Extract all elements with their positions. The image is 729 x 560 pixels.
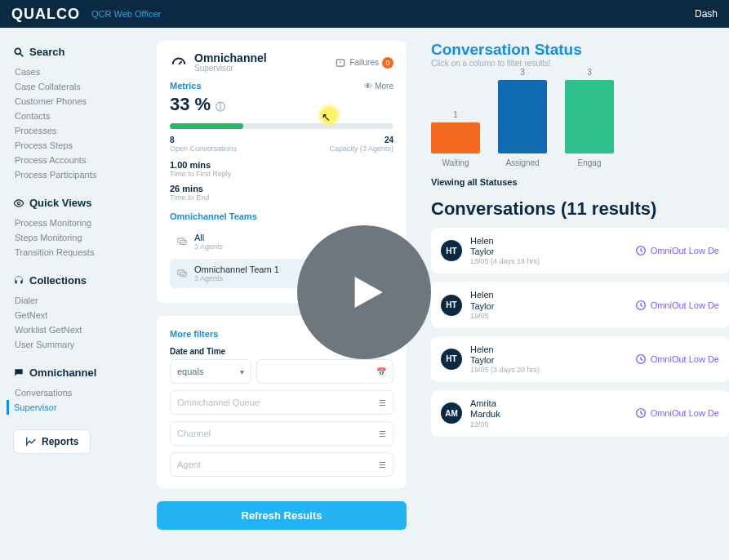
eye-icon xyxy=(13,198,24,209)
sidebar-item-contacts[interactable]: Contacts xyxy=(13,109,139,123)
bar-left-text: Open Conversations xyxy=(170,144,237,153)
search-icon xyxy=(13,47,24,58)
chart-column-engag[interactable]: 3Engag xyxy=(565,68,614,167)
queue-select[interactable]: Omnichannel Queue☰ xyxy=(170,390,393,415)
sidebar-item-steps-monitoring[interactable]: Steps Monitoring xyxy=(13,230,139,245)
tag-icon xyxy=(634,407,647,420)
team-1-label: Omnichannel Team 1 xyxy=(194,264,279,274)
sidebar-item-process-monitoring[interactable]: Process Monitoring xyxy=(13,216,139,230)
capacity-bar xyxy=(170,123,393,129)
conv-tag: OmniOut Low De xyxy=(651,246,719,256)
conversation-row[interactable]: AMAmritaMarduk22/05OmniOut Low De xyxy=(431,390,729,436)
avatar: AM xyxy=(441,402,462,424)
tag-icon xyxy=(634,244,647,257)
brand: QUALCO xyxy=(11,6,80,23)
reports-button[interactable]: Reports xyxy=(13,429,91,454)
chart-value: 1 xyxy=(453,110,458,119)
sidebar-item-supervisor[interactable]: Supervisor xyxy=(7,400,139,415)
bar-right-num: 24 xyxy=(385,136,393,144)
refresh-button[interactable]: Refresh Results xyxy=(157,501,407,530)
svg-line-1 xyxy=(20,53,24,56)
viewing-label: Viewing all Statuses xyxy=(431,177,729,187)
sidebar-item-process-steps[interactable]: Process Steps xyxy=(13,138,139,153)
page-title: Omnichannel xyxy=(194,52,267,64)
chat-icon xyxy=(176,236,188,247)
sidebar-item-cases[interactable]: Cases xyxy=(13,64,139,79)
sidebar-item-processes[interactable]: Processes xyxy=(13,123,139,138)
sidebar-omnichannel-header[interactable]: Omnichannel xyxy=(13,367,139,379)
agent-select[interactable]: Agent☰ xyxy=(170,452,393,477)
chart-column-assigned[interactable]: 3Assigned xyxy=(498,68,547,167)
sidebar-item-process-accounts[interactable]: Process Accounts xyxy=(13,153,139,167)
reply-time-label: Time to First Reply xyxy=(170,170,393,178)
sidebar-omnichannel-label: Omnichannel xyxy=(29,367,96,379)
failures-badge: 0 xyxy=(382,57,393,69)
svg-rect-9 xyxy=(180,272,187,276)
filter-icon: ☰ xyxy=(379,460,386,469)
conv-meta: 19/05 xyxy=(470,312,494,320)
conversations-title: Conversations (11 results) xyxy=(431,198,729,220)
filter-icon: ☰ xyxy=(379,429,386,438)
metrics-more-link[interactable]: 👁 More xyxy=(364,82,393,91)
svg-marker-14 xyxy=(355,277,383,308)
sidebar-item-dialer[interactable]: Dialer xyxy=(13,293,139,308)
sidebar-item-conversations[interactable]: Conversations xyxy=(13,385,139,400)
metrics-percent: 33 % ⓘ xyxy=(170,94,393,115)
filter-icon: ☰ xyxy=(379,398,386,407)
conv-name: AmritaMarduk xyxy=(470,398,500,420)
sidebar-quickviews-header[interactable]: Quick Views xyxy=(13,197,139,209)
avatar: HT xyxy=(441,349,462,370)
sidebar-item-case-collaterals[interactable]: Case Collaterals xyxy=(13,79,139,94)
conversation-row[interactable]: HTHelenTaylor18/05 (4 days 18 hrs)OmniOu… xyxy=(431,228,729,273)
gauge-icon xyxy=(170,54,188,72)
team-all-label: All xyxy=(194,233,223,242)
conv-tag: OmniOut Low De xyxy=(651,408,719,418)
conversation-status-title: Conversation Status xyxy=(431,41,729,59)
svg-point-0 xyxy=(15,48,20,54)
conv-meta: 19/05 (3 days 20 hrs) xyxy=(470,366,540,374)
subbrand: QCR Web Officer xyxy=(91,9,161,19)
sidebar-item-worklist-getnext[interactable]: Worklist GetNext xyxy=(13,322,139,337)
conv-meta: 22/05 xyxy=(470,420,500,429)
chart-column-waiting[interactable]: 1Waiting xyxy=(431,110,480,167)
conversation-row[interactable]: HTHelenTaylor19/05 (3 days 20 hrs)OmniOu… xyxy=(431,336,729,382)
team-all-sub: 3 Agents xyxy=(194,242,223,251)
chart-label: Assigned xyxy=(505,158,539,167)
bar-left-num: 8 xyxy=(170,136,175,144)
right-panel: Conversation Status Click on a column to… xyxy=(416,28,729,560)
chart-label: Engag xyxy=(578,158,602,167)
sidebar-item-getnext[interactable]: GetNext xyxy=(13,308,139,322)
play-overlay-button[interactable] xyxy=(297,225,431,359)
svg-rect-7 xyxy=(180,240,187,244)
conv-name: HelenTaylor xyxy=(470,236,540,257)
failures-label[interactable]: Failures xyxy=(349,58,379,67)
date-input[interactable]: 📅 xyxy=(256,359,393,384)
avatar: HT xyxy=(441,240,462,261)
page-subtitle: Supervisor xyxy=(194,64,267,73)
sidebar-quickviews-label: Quick Views xyxy=(29,197,91,209)
conversation-row[interactable]: HTHelenTaylor19/05OmniOut Low De xyxy=(431,282,729,327)
svg-point-2 xyxy=(17,202,20,205)
chat-icon xyxy=(176,268,188,279)
sidebar-collections-header[interactable]: Collections xyxy=(13,274,139,287)
sidebar-item-customer-phones[interactable]: Customer Phones xyxy=(13,94,139,109)
play-icon xyxy=(333,261,395,323)
avatar: HT xyxy=(441,295,462,316)
chart-value: 3 xyxy=(587,68,592,77)
conv-tag: OmniOut Low De xyxy=(651,354,719,364)
status-chart[interactable]: 1Waiting3Assigned3Engag xyxy=(431,78,729,167)
topbar-right-link[interactable]: Dash xyxy=(695,8,718,20)
date-operator-select[interactable]: equals▾ xyxy=(170,359,251,384)
headset-icon xyxy=(13,275,24,287)
bar-right-text: Capacity (3 Agents) xyxy=(329,144,393,153)
more-filters-label: More filters xyxy=(170,329,218,339)
sidebar-item-process-participants[interactable]: Process Participants xyxy=(13,167,139,182)
calendar-icon: 📅 xyxy=(376,367,386,376)
sidebar-item-user-summary[interactable]: User Summary xyxy=(13,337,139,352)
reply-time: 1.00 mins xyxy=(170,161,393,170)
metrics-label: Metrics xyxy=(170,81,202,91)
sidebar-item-transition-requests[interactable]: Transition Requests xyxy=(13,245,139,260)
sidebar-search-header[interactable]: Search xyxy=(13,46,139,58)
channel-select[interactable]: Channel☰ xyxy=(170,421,393,446)
end-time: 26 mins xyxy=(170,184,393,193)
